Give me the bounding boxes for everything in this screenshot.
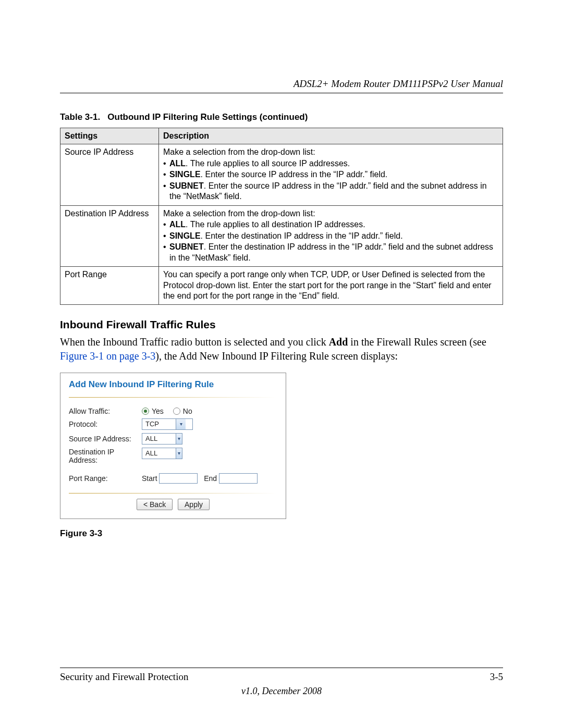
footer-version: v1.0, December 2008: [60, 686, 503, 697]
page-header: ADSL2+ Modem Router DM111PSPv2 User Manu…: [60, 78, 503, 93]
divider: [69, 397, 277, 398]
bullet-icon: •: [163, 181, 169, 202]
section-heading: Inbound Firewall Traffic Rules: [60, 318, 503, 331]
radio-allow-no[interactable]: No: [173, 407, 192, 415]
select-value: ALL: [142, 435, 176, 442]
table-row: Port Range You can specify a port range …: [60, 267, 503, 304]
label-end: End: [204, 474, 217, 483]
figure-link[interactable]: Figure 3-1 on page 3-3: [60, 350, 155, 362]
footer-left: Security and Firewall Protection: [60, 671, 188, 683]
radio-allow-yes[interactable]: Yes: [142, 407, 164, 415]
settings-table: Settings Description Source IP Address M…: [60, 128, 503, 305]
body-paragraph: When the Inbound Traffic radio button is…: [60, 335, 503, 363]
select-source-ip[interactable]: ALL ▾: [142, 433, 182, 445]
radio-icon: [173, 408, 180, 415]
bullet-icon: •: [163, 231, 169, 241]
bullet-item: •SUBNET. Enter the destination IP addres…: [163, 242, 498, 263]
row-protocol: Protocol: TCP ▾: [69, 418, 277, 430]
para-text: in the Firewall Rules screen (see: [348, 336, 486, 348]
bullet-item: •ALL. The rule applies to all source IP …: [163, 158, 498, 169]
th-description: Description: [159, 128, 503, 144]
bullet-item: •SINGLE. Enter the destination IP addres…: [163, 231, 498, 241]
select-value: ALL: [142, 449, 176, 457]
dialog-buttons: < Back Apply: [69, 499, 277, 510]
table-row: Destination IP Address Make a selection …: [60, 205, 503, 266]
cell-setting: Source IP Address: [60, 144, 159, 205]
select-value: TCP: [142, 420, 176, 428]
table-caption-prefix: Table 3-1.: [60, 112, 100, 122]
bullet-text: SUBNET. Enter the destination IP address…: [169, 242, 498, 263]
label-allow-traffic: Allow Traffic:: [69, 407, 142, 415]
select-dest-ip[interactable]: ALL ▾: [142, 448, 182, 459]
figure-caption: Figure 3-3: [60, 528, 503, 539]
desc-intro: You can specify a port range only when T…: [163, 269, 498, 301]
bullet-item: •ALL. The rule applies to all destinatio…: [163, 219, 498, 230]
input-port-start[interactable]: [159, 473, 198, 484]
dialog-title: Add New Inbound IP Filtering Rule: [69, 379, 277, 390]
cell-setting: Port Range: [60, 267, 159, 304]
label-port-range: Port Range:: [69, 474, 142, 483]
bullet-text: SUBNET. Enter the source IP address in t…: [169, 181, 498, 202]
para-text: ), the Add New Inbound IP Filtering Rule…: [155, 350, 398, 362]
label-protocol: Protocol:: [69, 420, 142, 428]
desc-intro: Make a selection from the drop-down list…: [163, 147, 498, 157]
table-row: Source IP Address Make a selection from …: [60, 144, 503, 205]
label-start: Start: [142, 474, 157, 483]
bullet-item: •SUBNET. Enter the source IP address in …: [163, 181, 498, 202]
cell-description: Make a selection from the drop-down list…: [159, 144, 503, 205]
bullet-icon: •: [163, 158, 169, 169]
para-text: When the Inbound Traffic radio button is…: [60, 336, 329, 348]
radio-icon: [142, 408, 149, 415]
para-bold: Add: [329, 336, 348, 348]
th-settings: Settings: [60, 128, 159, 144]
cell-description: You can specify a port range only when T…: [159, 267, 503, 304]
table-caption: Table 3-1. Outbound IP Filtering Rule Se…: [60, 112, 503, 122]
back-button[interactable]: < Back: [137, 499, 173, 510]
page: ADSL2+ Modem Router DM111PSPv2 User Manu…: [0, 0, 563, 728]
chevron-down-icon: ▾: [176, 419, 186, 429]
radio-label: Yes: [152, 407, 164, 415]
row-port-range: Port Range: Start End: [69, 473, 277, 484]
chevron-down-icon: ▾: [176, 434, 182, 444]
desc-intro: Make a selection from the drop-down list…: [163, 208, 498, 219]
cell-description: Make a selection from the drop-down list…: [159, 205, 503, 266]
bullet-text: ALL. The rule applies to all destination…: [169, 219, 498, 230]
bullet-icon: •: [163, 219, 169, 230]
divider: [69, 493, 277, 493]
row-allow-traffic: Allow Traffic: Yes No: [69, 407, 277, 415]
add-inbound-rule-dialog: Add New Inbound IP Filtering Rule Allow …: [60, 373, 286, 520]
cell-setting: Destination IP Address: [60, 205, 159, 266]
page-footer: Security and Firewall Protection 3-5 v1.…: [60, 668, 503, 697]
bullet-item: •SINGLE. Enter the source IP address in …: [163, 169, 498, 180]
label-source-ip: Source IP Address:: [69, 435, 142, 443]
input-port-end[interactable]: [219, 473, 258, 484]
chevron-down-icon: ▾: [176, 448, 182, 459]
select-protocol[interactable]: TCP ▾: [142, 418, 193, 430]
apply-button[interactable]: Apply: [178, 499, 210, 510]
radio-label: No: [183, 407, 192, 415]
bullet-text: SINGLE. Enter the destination IP address…: [169, 231, 498, 241]
bullet-text: SINGLE. Enter the source IP address in t…: [169, 169, 498, 180]
row-dest-ip: Destination IP Address: ALL ▾: [69, 448, 277, 465]
bullet-icon: •: [163, 242, 169, 263]
radio-dot-icon: [144, 410, 147, 413]
row-source-ip: Source IP Address: ALL ▾: [69, 433, 277, 445]
bullet-icon: •: [163, 169, 169, 180]
label-dest-ip: Destination IP Address:: [69, 448, 142, 465]
table-caption-text: Outbound IP Filtering Rule Settings (con…: [107, 112, 308, 122]
footer-page-number: 3-5: [490, 671, 503, 683]
bullet-text: ALL. The rule applies to all source IP a…: [169, 158, 498, 169]
